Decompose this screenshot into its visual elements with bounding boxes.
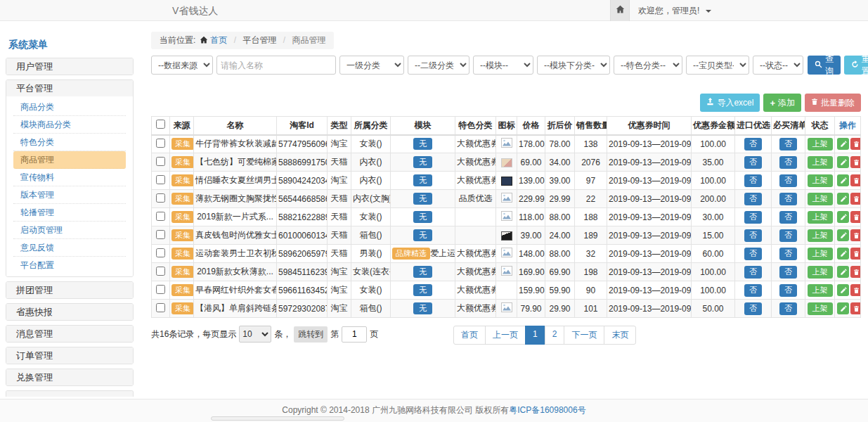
sidebar-item[interactable]: 意见反馈 — [13, 239, 126, 257]
page-button[interactable]: 2 — [545, 326, 565, 345]
page-button[interactable]: 下一页 — [564, 326, 604, 345]
edit-button[interactable] — [837, 138, 849, 150]
delete-button[interactable] — [850, 193, 861, 205]
import-toggle-button[interactable]: 否 — [744, 193, 762, 205]
delete-button[interactable] — [850, 266, 861, 278]
delete-button[interactable] — [850, 211, 861, 223]
sidebar-group-header[interactable]: 消息管理 — [6, 326, 133, 342]
edit-button[interactable] — [837, 156, 849, 168]
status-button[interactable]: 上架 — [808, 284, 833, 297]
import-toggle-button[interactable]: 否 — [744, 229, 762, 242]
delete-button[interactable] — [850, 174, 861, 186]
must-buy-toggle-button[interactable]: 否 — [779, 248, 797, 260]
jump-button[interactable]: 跳转到 — [294, 326, 328, 343]
edit-button[interactable] — [837, 193, 849, 205]
sidebar-group-header[interactable]: 省惠快报 — [6, 304, 133, 320]
sidebar-group-header[interactable] — [6, 391, 133, 397]
must-buy-toggle-button[interactable]: 否 — [779, 302, 797, 315]
status-button[interactable]: 上架 — [808, 229, 833, 242]
select-all-checkbox[interactable] — [156, 120, 165, 129]
sidebar-item[interactable]: 商品分类 — [13, 98, 126, 116]
delete-button[interactable] — [850, 302, 861, 314]
delete-button[interactable] — [850, 229, 861, 241]
page-button[interactable]: 1 — [525, 326, 545, 345]
sidebar-item[interactable]: 宣传物料 — [13, 169, 126, 186]
status-button[interactable]: 上架 — [808, 248, 833, 260]
sidebar-group-header[interactable]: 拼团管理 — [6, 282, 133, 298]
page-button[interactable]: 首页 — [453, 326, 486, 345]
sidebar-item[interactable]: 商品管理 — [13, 151, 126, 169]
edit-button[interactable] — [837, 211, 849, 223]
batch-delete-button[interactable]: 批量删除 — [805, 94, 861, 112]
must-buy-toggle-button[interactable]: 否 — [779, 156, 797, 169]
import-toggle-button[interactable]: 否 — [744, 248, 762, 260]
import-toggle-button[interactable]: 否 — [744, 156, 762, 169]
edit-button[interactable] — [837, 266, 849, 278]
page-button[interactable]: 上一页 — [485, 326, 526, 345]
sidebar-item[interactable]: 启动页管理 — [13, 222, 126, 239]
sidebar-item[interactable]: 版本管理 — [13, 186, 126, 204]
row-checkbox[interactable] — [156, 285, 165, 294]
filter-select[interactable]: --状态-- — [753, 56, 803, 75]
must-buy-toggle-button[interactable]: 否 — [779, 284, 797, 297]
row-checkbox[interactable] — [156, 175, 165, 184]
delete-button[interactable] — [850, 138, 861, 150]
filter-select[interactable]: --数据来源-- — [151, 56, 213, 75]
sidebar-group-header[interactable]: 兑换管理 — [6, 369, 133, 385]
page-button[interactable]: 末页 — [604, 326, 636, 345]
filter-select[interactable]: 一级分类 — [339, 56, 404, 75]
import-toggle-button[interactable]: 否 — [744, 266, 762, 279]
reset-button[interactable]: 重置 — [844, 56, 868, 75]
sidebar-group-header[interactable]: 平台管理 — [6, 80, 133, 96]
status-button[interactable]: 上架 — [808, 211, 833, 224]
row-checkbox[interactable] — [156, 248, 165, 257]
must-buy-toggle-button[interactable]: 否 — [779, 266, 797, 279]
row-checkbox[interactable] — [156, 193, 165, 203]
must-buy-toggle-button[interactable]: 否 — [779, 174, 797, 187]
import-toggle-button[interactable]: 否 — [744, 174, 762, 187]
add-button[interactable]: 添加 — [763, 94, 801, 112]
row-checkbox[interactable] — [156, 230, 165, 239]
filter-select[interactable]: --模块下分类-- — [537, 56, 610, 75]
user-menu[interactable]: 欢迎您，管理员! — [638, 0, 711, 21]
edit-button[interactable] — [837, 302, 849, 314]
row-checkbox[interactable] — [156, 212, 165, 221]
edit-button[interactable] — [837, 284, 849, 296]
filter-select[interactable]: --二级分类-- — [408, 56, 469, 75]
edit-button[interactable] — [837, 229, 849, 241]
row-checkbox[interactable] — [156, 157, 165, 166]
row-checkbox[interactable] — [156, 303, 165, 312]
edit-button[interactable] — [837, 248, 849, 260]
row-checkbox[interactable] — [156, 267, 165, 276]
filter-select[interactable]: --特色分类-- — [614, 56, 682, 75]
breadcrumb-home-link[interactable]: 首页 — [210, 35, 227, 45]
edit-button[interactable] — [837, 174, 849, 186]
filter-select[interactable]: --模块-- — [473, 56, 533, 75]
import-toggle-button[interactable]: 否 — [744, 138, 762, 151]
import-toggle-button[interactable]: 否 — [744, 284, 762, 297]
search-button[interactable]: 查询 — [808, 56, 841, 75]
row-checkbox[interactable] — [156, 139, 165, 148]
sidebar-item[interactable]: 模块商品分类 — [13, 116, 126, 134]
status-button[interactable]: 上架 — [808, 193, 833, 205]
sidebar-group-header[interactable]: 订单管理 — [6, 347, 133, 364]
must-buy-toggle-button[interactable]: 否 — [779, 229, 797, 242]
horizontal-scrollbar[interactable] — [211, 416, 344, 421]
must-buy-toggle-button[interactable]: 否 — [779, 193, 797, 205]
sidebar-item[interactable]: 轮播管理 — [13, 204, 126, 222]
import-toggle-button[interactable]: 否 — [744, 302, 762, 315]
status-button[interactable]: 上架 — [808, 174, 833, 187]
import-excel-button[interactable]: 导入excel — [700, 94, 760, 112]
home-button[interactable] — [610, 0, 630, 21]
page-jump-input[interactable] — [342, 326, 367, 343]
per-page-select[interactable]: 10 — [239, 326, 271, 343]
delete-button[interactable] — [850, 284, 861, 296]
status-button[interactable]: 上架 — [808, 302, 833, 315]
must-buy-toggle-button[interactable]: 否 — [779, 211, 797, 224]
sidebar-item[interactable]: 特色分类 — [13, 134, 126, 151]
sidebar-item[interactable]: 平台配置 — [13, 257, 126, 274]
filter-select[interactable]: --宝贝类型-- — [686, 56, 749, 75]
delete-button[interactable] — [850, 248, 861, 260]
sidebar-group-header[interactable]: 用户管理 — [6, 58, 133, 75]
status-button[interactable]: 上架 — [808, 156, 833, 169]
